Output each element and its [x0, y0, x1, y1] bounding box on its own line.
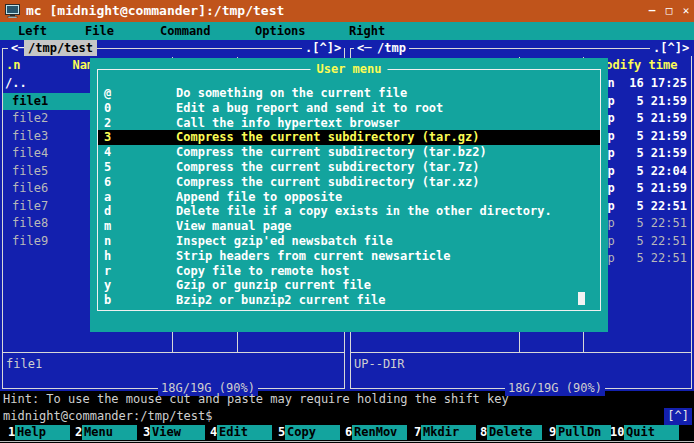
left-panel-path[interactable]: /tmp/test	[24, 40, 97, 56]
menu-left[interactable]: Left	[18, 22, 47, 40]
menu-right[interactable]: Right	[349, 22, 385, 40]
user-menu-item-key: m	[104, 219, 111, 234]
right-mtime-header[interactable]: Modify time	[598, 57, 677, 74]
fnkey-number: 5	[278, 425, 285, 440]
fnkey-pulldn-button[interactable]: PullDn	[556, 425, 611, 440]
user-menu-item[interactable]: 6Compress the current subdirectory (tar.…	[98, 175, 600, 190]
user-menu-item-label: Copy file to remote host	[176, 264, 349, 279]
left-panel-ministatus-separator	[3, 352, 344, 353]
user-menu-item[interactable]: yGzip or gunzip current file	[98, 278, 600, 293]
user-menu-item-key: 3	[104, 130, 111, 145]
user-menu-item-label: Compress the current subdirectory (tar.g…	[176, 130, 479, 145]
fnkey-number: 6	[345, 425, 352, 440]
user-menu-item-label: Inspect gzip'ed newsbatch file	[176, 234, 393, 249]
terminal-app-icon	[5, 4, 21, 18]
user-menu-item[interactable]: bBzip2 or bunzip2 current file	[98, 293, 600, 308]
dialog-title: User menu	[310, 61, 387, 77]
fnkey-number: 1	[8, 425, 15, 440]
right-panel-back-arrow[interactable]: <─	[354, 41, 374, 56]
user-menu-item[interactable]: mView manual page	[98, 219, 600, 234]
user-menu-item[interactable]: 4Compress the current subdirectory (tar.…	[98, 145, 600, 160]
fnkey-quit-button[interactable]: Quit	[624, 425, 679, 440]
user-menu-item-label: Append file to opposite	[176, 190, 342, 205]
user-menu-item[interactable]: 5Compress the current subdirectory (tar.…	[98, 160, 600, 175]
fnkey-copy-button[interactable]: Copy	[285, 425, 340, 440]
user-menu-item[interactable]: @Do something on the current file	[98, 86, 600, 101]
user-menu-item-key: y	[104, 278, 111, 293]
fnkey-number: 10	[610, 425, 624, 440]
user-menu-item-label: Do something on the current file	[176, 86, 407, 101]
user-menu-item[interactable]: dDelete file if a copy exists in the oth…	[98, 204, 600, 219]
user-menu-item-label: Compress the current subdirectory (tar.x…	[176, 175, 479, 190]
history-button[interactable]: [^]	[664, 408, 692, 425]
dialog-item-list: @Do something on the current file0Edit a…	[98, 86, 600, 308]
fnkey-number: 2	[75, 425, 82, 440]
menubar: Left File Command Options Right	[0, 22, 694, 40]
right-panel-path[interactable]: /tmp	[374, 41, 409, 56]
user-menu-item-key: b	[104, 293, 111, 308]
menu-options[interactable]: Options	[255, 22, 306, 40]
terminal-window: mc [midnight@commander]:/tmp/test – □ ✕ …	[0, 0, 694, 443]
fnkey-view-button[interactable]: View	[150, 425, 205, 440]
fnkey-number: 9	[549, 425, 556, 440]
menu-command[interactable]: Command	[160, 22, 211, 40]
shell-prompt[interactable]: midnight@commander:/tmp/test$	[3, 408, 213, 425]
user-menu-item[interactable]: aAppend file to opposite	[98, 190, 600, 205]
user-menu-item[interactable]: hStrip headers from current newsarticle	[98, 249, 600, 264]
left-mini-status: file1	[6, 356, 42, 373]
user-menu-item-label: Strip headers from current newsarticle	[176, 249, 451, 264]
user-menu-item-key: 5	[104, 160, 111, 175]
menu-file[interactable]: File	[85, 22, 114, 40]
user-menu-item[interactable]: nInspect gzip'ed newsbatch file	[98, 234, 600, 249]
user-menu-dialog: User menu @Do something on the current f…	[90, 58, 608, 332]
user-menu-item-label: Bzip2 or bunzip2 current file	[176, 293, 386, 308]
user-menu-item-key: 4	[104, 145, 111, 160]
user-menu-item-label: Call the info hypertext browser	[176, 116, 400, 131]
user-menu-item-key: 0	[104, 101, 111, 116]
user-menu-item-label: View manual page	[176, 219, 292, 234]
fnkey-edit-button[interactable]: Edit	[217, 425, 272, 440]
right-panel-right-border	[691, 48, 692, 389]
window-title: mc [midnight@commander]:/tmp/test	[26, 0, 284, 22]
right-panel-ministatus-separator	[351, 352, 691, 353]
minimize-icon[interactable]: –	[645, 0, 659, 22]
close-icon[interactable]: ✕	[679, 0, 693, 22]
user-menu-item-key: h	[104, 249, 111, 264]
fnkey-number: 7	[414, 425, 421, 440]
fnkey-help-button[interactable]: Help	[15, 425, 70, 440]
user-menu-item-key: @	[104, 86, 111, 101]
user-menu-item[interactable]: rCopy file to remote host	[98, 264, 600, 279]
fnkey-menu-button[interactable]: Menu	[82, 425, 137, 440]
user-menu-item[interactable]: 3Compress the current subdirectory (tar.…	[98, 130, 600, 145]
user-menu-item-label: Compress the current subdirectory (tar.7…	[176, 160, 479, 175]
command-line[interactable]: midnight@commander:/tmp/test$ [^]	[0, 408, 694, 425]
user-menu-item[interactable]: 2Call the info hypertext browser	[98, 116, 600, 131]
fnkey-delete-button[interactable]: Delete	[487, 425, 542, 440]
left-panel-corner-buttons[interactable]: .[^]>	[302, 41, 344, 56]
user-menu-item-key: n	[104, 234, 111, 249]
user-menu-item-label: Compress the current subdirectory (tar.b…	[176, 145, 487, 160]
function-key-bar: 1Help2Menu3View4Edit5Copy6RenMov7Mkdir8D…	[0, 425, 694, 440]
user-menu-item-label: Delete file if a copy exists in the othe…	[176, 204, 552, 219]
user-menu-item-key: d	[104, 204, 111, 219]
maximize-icon[interactable]: □	[662, 0, 676, 22]
fnkey-number: 8	[480, 425, 487, 440]
fnkey-number: 3	[143, 425, 150, 440]
right-mini-status: UP--DIR	[354, 356, 405, 373]
user-menu-item-label: Edit a bug report and send it to root	[176, 101, 443, 116]
user-menu-item-label: Gzip or gunzip current file	[176, 278, 371, 293]
window-bottom-edge	[0, 441, 694, 442]
user-menu-item-key: 6	[104, 175, 111, 190]
user-menu-item-key: a	[104, 190, 111, 205]
fnkey-mkdir-button[interactable]: Mkdir	[421, 425, 476, 440]
window-titlebar[interactable]: mc [midnight@commander]:/tmp/test – □ ✕	[0, 0, 694, 22]
user-menu-item-key: r	[104, 264, 111, 279]
user-menu-item-key: 2	[104, 116, 111, 131]
user-menu-item[interactable]: 0Edit a bug report and send it to root	[98, 101, 600, 116]
fnkey-number: 4	[210, 425, 217, 440]
hint-line: Hint: To use the mouse cut and paste may…	[0, 391, 694, 408]
left-sort-indicator[interactable]: .n	[6, 57, 20, 74]
text-cursor	[578, 292, 585, 305]
right-panel-corner-buttons[interactable]: .[^]>	[650, 41, 692, 56]
fnkey-renmov-button[interactable]: RenMov	[352, 425, 407, 440]
